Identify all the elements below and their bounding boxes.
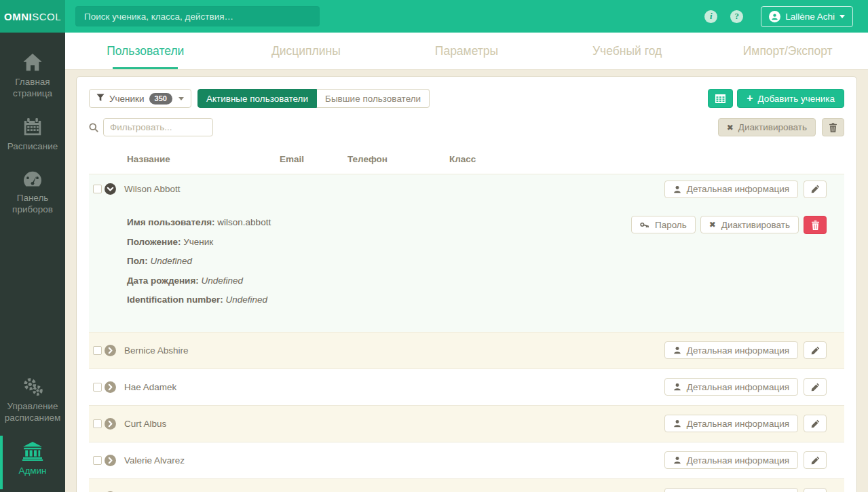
- main-content: Ученики 350 Активные пользователи Бывшие…: [65, 71, 868, 492]
- info-icon[interactable]: i: [704, 10, 717, 23]
- chevron-down-icon: [839, 15, 845, 18]
- tab-disciplines[interactable]: Дисциплины: [226, 33, 387, 69]
- edit-button[interactable]: [804, 451, 827, 469]
- edit-button[interactable]: [804, 415, 827, 432]
- chevron-down-icon: [178, 97, 184, 100]
- student-filter-dropdown[interactable]: Ученики 350: [89, 89, 191, 108]
- table-grid-icon: [715, 94, 725, 103]
- users-panel: Ученики 350 Активные пользователи Бывшие…: [76, 76, 857, 492]
- person-icon: [673, 346, 681, 354]
- filter-label: Ученики: [109, 94, 145, 104]
- toolbar-right-1: + Добавить ученика: [708, 89, 844, 108]
- x-icon: ✖: [709, 220, 716, 229]
- detail-line: Дата рождения: Undefined: [127, 276, 827, 286]
- global-search-input[interactable]: [75, 6, 320, 26]
- active-users-button[interactable]: Активные пользователи: [197, 89, 317, 108]
- toolbar-row-1: Ученики 350 Активные пользователи Бывшие…: [89, 89, 844, 108]
- search-icon: [89, 123, 98, 132]
- detail-info-button[interactable]: Детальная информация: [664, 488, 798, 492]
- sidebar-item-home[interactable]: Главная страница: [0, 33, 65, 109]
- column-header-class: Класс: [449, 154, 827, 164]
- bulk-deactivate-button[interactable]: ✖ Диактивировать: [718, 118, 816, 136]
- detail-line: Положение: Ученик: [127, 237, 827, 247]
- detail-value: Undefined: [226, 295, 268, 305]
- sidebar-item-label: Панель приборов: [12, 193, 53, 214]
- dashboard-icon: [2, 170, 63, 188]
- detail-info-label: Детальная информация: [687, 455, 789, 466]
- edit-button[interactable]: [804, 488, 827, 492]
- sidebar-item-schedule[interactable]: Расписание: [0, 109, 65, 162]
- row-checkbox[interactable]: [93, 383, 102, 392]
- logo-bold: OMNI: [4, 11, 32, 22]
- detail-info-button[interactable]: Детальная информация: [664, 341, 798, 359]
- row-checkbox[interactable]: [93, 185, 102, 193]
- edit-button[interactable]: [804, 181, 827, 198]
- detail-label: Identification number:: [127, 295, 223, 305]
- edit-button[interactable]: [804, 341, 827, 359]
- row-delete-button[interactable]: [804, 216, 827, 234]
- user-avatar-icon: [769, 11, 780, 22]
- x-icon: ✖: [727, 123, 734, 132]
- detail-label: Имя пользователя:: [127, 217, 215, 227]
- detail-info-button[interactable]: Детальная информация: [664, 378, 798, 396]
- student-count-badge: 350: [149, 93, 172, 105]
- detail-info-button[interactable]: Детальная информация: [664, 415, 798, 432]
- person-icon: [673, 456, 681, 464]
- tab-bar: Пользователи Дисциплины Параметры Учебны…: [65, 33, 868, 70]
- sidebar-item-dashboard[interactable]: Панель приборов: [0, 162, 65, 225]
- trash-icon: [829, 123, 837, 132]
- sidebar-item-label: Расписание: [7, 141, 58, 151]
- tab-school-year[interactable]: Учебный год: [547, 33, 708, 69]
- chevron-right-circle-icon[interactable]: [105, 455, 116, 466]
- person-icon: [673, 185, 681, 193]
- tab-users[interactable]: Пользователи: [65, 33, 226, 69]
- table-view-button[interactable]: [708, 89, 733, 108]
- chevron-right-circle-icon[interactable]: [105, 381, 116, 393]
- pencil-icon: [811, 383, 820, 392]
- tab-import-export[interactable]: Импорт/Экспорт: [707, 33, 868, 69]
- filter-input[interactable]: [103, 118, 213, 136]
- bank-icon: [2, 442, 63, 461]
- student-name: Hae Adamek: [124, 382, 277, 392]
- tab-parameters[interactable]: Параметры: [386, 33, 547, 69]
- former-users-button[interactable]: Бывшие пользователи: [317, 89, 430, 108]
- detail-label: Положение:: [127, 237, 181, 247]
- row-checkbox[interactable]: [93, 456, 102, 465]
- app-logo: OMNISCOL: [0, 0, 65, 33]
- sidebar-item-admin[interactable]: Админ: [0, 433, 65, 492]
- edit-button[interactable]: [804, 378, 827, 396]
- row-deactivate-button[interactable]: ✖ Диактивировать: [700, 216, 799, 233]
- user-name: Lallène Achi: [785, 12, 835, 22]
- add-student-label: Добавить ученика: [758, 94, 835, 104]
- column-header-name: Название: [127, 154, 280, 164]
- detail-info-button[interactable]: Детальная информация: [664, 451, 798, 469]
- home-icon: [2, 53, 63, 72]
- user-menu-button[interactable]: Lallène Achi: [761, 6, 853, 27]
- sidebar-item-schedule-management[interactable]: Управление расписанием: [0, 368, 65, 433]
- sidebar-spacer: [0, 224, 65, 368]
- password-button[interactable]: Пароль: [631, 216, 696, 233]
- student-details-section: Имя пользователя: wilson.abbott Положени…: [89, 204, 844, 332]
- student-name: Bernice Abshire: [124, 345, 277, 356]
- person-icon: [673, 383, 681, 391]
- detail-actions: Пароль ✖ Диактивировать: [631, 216, 827, 234]
- student-name: Valerie Alvarez: [124, 455, 277, 466]
- table-row: Hae Adamek Детальная информация: [89, 368, 844, 405]
- chevron-right-circle-icon[interactable]: [105, 345, 116, 356]
- toolbar-row-2: ✖ Диактивировать: [89, 118, 844, 136]
- bulk-delete-button[interactable]: [822, 118, 844, 136]
- help-icon[interactable]: ?: [730, 10, 743, 23]
- detail-info-label: Детальная информация: [687, 419, 789, 429]
- detail-value: Undefined: [150, 256, 192, 266]
- row-checkbox[interactable]: [93, 419, 102, 428]
- chevron-down-circle-icon[interactable]: [105, 183, 116, 195]
- detail-info-button[interactable]: Детальная информация: [664, 181, 798, 198]
- add-student-button[interactable]: + Добавить ученика: [737, 89, 844, 108]
- student-name: Curt Albus: [124, 419, 277, 429]
- chevron-right-circle-icon[interactable]: [105, 418, 116, 430]
- detail-info-label: Детальная информация: [687, 345, 789, 356]
- row-checkbox[interactable]: [93, 346, 102, 355]
- person-icon: [673, 419, 681, 428]
- topbar-right: i ? Lallène Achi: [692, 6, 868, 27]
- toolbar-right-2: ✖ Диактивировать: [718, 118, 844, 136]
